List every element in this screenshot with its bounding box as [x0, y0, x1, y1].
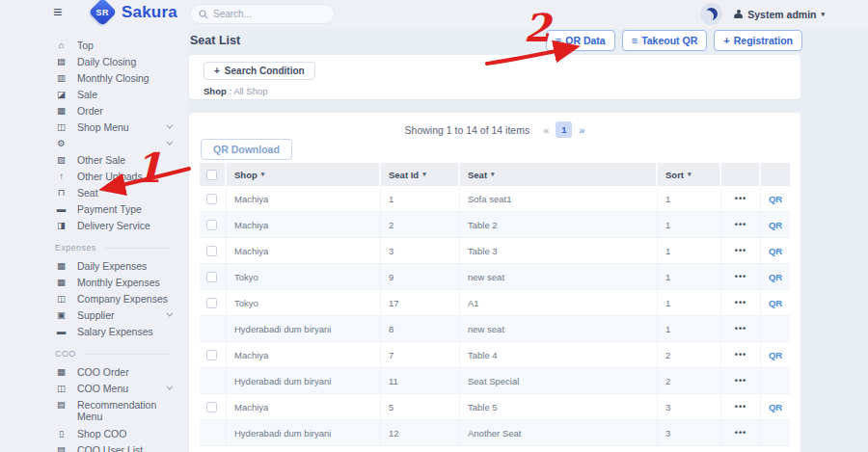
cell-checkbox: [200, 368, 227, 393]
column-header-actions: [721, 163, 761, 186]
sidebar-item-payment-type[interactable]: ▬Payment Type: [0, 200, 188, 217]
sidebar-item-seat[interactable]: ⊓Seat: [0, 184, 188, 200]
sidebar-item-sale[interactable]: ◪Sale: [0, 86, 188, 102]
journal-icon: ▥: [55, 72, 68, 84]
select-all-checkbox[interactable]: [206, 170, 217, 180]
cell-seat: Another Seat: [460, 420, 658, 445]
logo-monogram: SR: [96, 7, 110, 16]
menu-toggle-icon[interactable]: ≡: [53, 4, 62, 21]
chevron-down-icon: [166, 139, 173, 146]
row-qr-link[interactable]: QR: [769, 220, 782, 230]
cell-sort: 1: [658, 212, 721, 237]
sidebar-item-monthly-closing[interactable]: ▥Monthly Closing: [0, 69, 188, 86]
cell-actions: •••: [721, 238, 761, 263]
sidebar-item-salary-expenses[interactable]: ▬Salary Expenses: [0, 323, 188, 339]
row-qr-link[interactable]: QR: [769, 246, 782, 256]
sidebar-item-recommendation-menu[interactable]: ▤Recommendation Menu: [0, 396, 188, 425]
upload-icon: ↑: [55, 171, 68, 182]
row-menu-button[interactable]: •••: [735, 223, 746, 226]
row-qr-link[interactable]: QR: [769, 194, 782, 204]
sidebar-item-shop-menu[interactable]: ◫Shop Menu: [0, 119, 188, 135]
row-checkbox[interactable]: [206, 246, 217, 256]
sidebar-item-daily-closing[interactable]: ▤Daily Closing: [0, 53, 188, 69]
cell-shop: Hyderabadi dum biryani: [227, 420, 381, 445]
pagination-next-icon[interactable]: »: [579, 124, 584, 136]
sidebar-item-coo-user-list[interactable]: ▤COO User List: [0, 441, 188, 452]
row-checkbox[interactable]: [206, 402, 217, 412]
cell-sort: 3: [658, 420, 721, 445]
row-menu-button[interactable]: •••: [735, 353, 746, 357]
sidebar-item-other-sale[interactable]: ▧Other Sale: [0, 151, 188, 168]
pagination-prev-icon[interactable]: «: [543, 124, 549, 136]
row-checkbox[interactable]: [206, 350, 217, 360]
qr-download-button[interactable]: QR Download: [201, 139, 292, 160]
cell-actions: •••: [721, 420, 761, 445]
row-menu-button[interactable]: •••: [735, 405, 746, 409]
takeout-qr-label: Takeout QR: [641, 35, 697, 46]
navbar-right: System admin ▾: [700, 3, 825, 25]
row-qr-link[interactable]: QR: [769, 402, 782, 412]
sidebar-section-expenses: Expenses: [55, 243, 171, 253]
cell-sort: 1: [658, 264, 721, 289]
row-menu-button[interactable]: •••: [735, 275, 746, 279]
sidebar-item-coo-order[interactable]: ▦COO Order: [0, 363, 188, 380]
cell-shop: Machiya: [227, 212, 381, 237]
column-header-seat[interactable]: Seat▾: [460, 163, 658, 186]
row-menu-button[interactable]: •••: [735, 431, 746, 435]
top-navbar: ≡ SR Sakura System admin ▾: [0, 0, 868, 29]
sidebar-item-shop-coo[interactable]: ▯Shop COO: [0, 425, 188, 441]
row-menu-button[interactable]: •••: [735, 327, 746, 331]
cell-checkbox: [200, 212, 227, 237]
cell-actions: •••: [721, 368, 761, 393]
sidebar-item-daily-expenses[interactable]: ▦Daily Expenses: [0, 257, 188, 274]
row-menu-button[interactable]: •••: [735, 301, 746, 305]
qr-data-button[interactable]: ≡QR Data: [546, 30, 615, 51]
row-checkbox[interactable]: [206, 194, 217, 204]
sidebar-item-coo-menu[interactable]: ◫COO Menu: [0, 380, 188, 396]
column-header-sort[interactable]: Sort▾: [658, 163, 721, 186]
table-row: Machiya 7 Table 4 2 ••• QR: [200, 342, 790, 368]
global-search[interactable]: [190, 4, 335, 24]
building-icon: ◫: [55, 293, 68, 305]
takeout-qr-button[interactable]: ≡Takeout QR: [622, 30, 708, 51]
sidebar-item-top[interactable]: ⌂Top: [0, 37, 188, 53]
sidebar-item-monthly-expenses[interactable]: ▦Monthly Expenses: [0, 274, 188, 290]
row-qr-link[interactable]: QR: [769, 298, 782, 308]
sidebar-item-supplier[interactable]: ▣Supplier: [0, 306, 188, 323]
row-menu-button[interactable]: •••: [735, 379, 746, 383]
row-menu-button[interactable]: •••: [735, 249, 746, 253]
cell-shop: Hyderabadi dum biryani: [227, 316, 381, 341]
row-qr-link[interactable]: QR: [769, 272, 782, 282]
payment-card-icon: ▬: [55, 203, 68, 215]
cell-seat: new seat: [460, 264, 658, 289]
user-list-icon: ▤: [55, 444, 68, 452]
cell-seat-id: 12: [381, 420, 460, 445]
cell-qr: QR: [761, 238, 790, 263]
registration-button[interactable]: +Registration: [714, 30, 802, 51]
showing-count: Showing 1 to 14 of 14 items: [405, 124, 530, 136]
row-checkbox[interactable]: [206, 220, 217, 230]
search-input[interactable]: [213, 9, 319, 19]
search-condition-toggle[interactable]: +Search Condition: [203, 62, 315, 80]
row-checkbox[interactable]: [206, 272, 217, 282]
dark-mode-toggle[interactable]: [700, 3, 722, 25]
row-checkbox[interactable]: [206, 298, 217, 308]
row-menu-button[interactable]: •••: [735, 197, 746, 200]
user-menu[interactable]: System admin ▾: [734, 9, 825, 20]
cell-shop: Machiya: [227, 342, 381, 367]
sidebar-item-other-uploads[interactable]: ↑Other Uploads: [0, 168, 188, 184]
cell-seat: Sofa seat1: [460, 186, 658, 211]
chevron-down-icon: ▾: [821, 11, 825, 18]
pagination-page-1[interactable]: 1: [556, 121, 572, 138]
row-qr-link[interactable]: QR: [769, 350, 782, 360]
column-header-seat-id[interactable]: Seat Id▾: [381, 163, 460, 186]
sidebar-item-delivery-service[interactable]: ◨Delivery Service: [0, 217, 188, 233]
sidebar-item-settings[interactable]: ⚙: [0, 135, 188, 151]
column-header-shop[interactable]: Shop▾: [227, 163, 381, 186]
sidebar-item-order[interactable]: ▦Order: [0, 102, 188, 119]
app-logo[interactable]: SR Sakura: [89, 2, 177, 22]
sidebar-item-company-expenses[interactable]: ◫Company Expenses: [0, 290, 188, 306]
cell-seat-id: 8: [381, 316, 460, 341]
order-icon: ▦: [55, 366, 68, 378]
cell-actions: •••: [721, 316, 761, 341]
